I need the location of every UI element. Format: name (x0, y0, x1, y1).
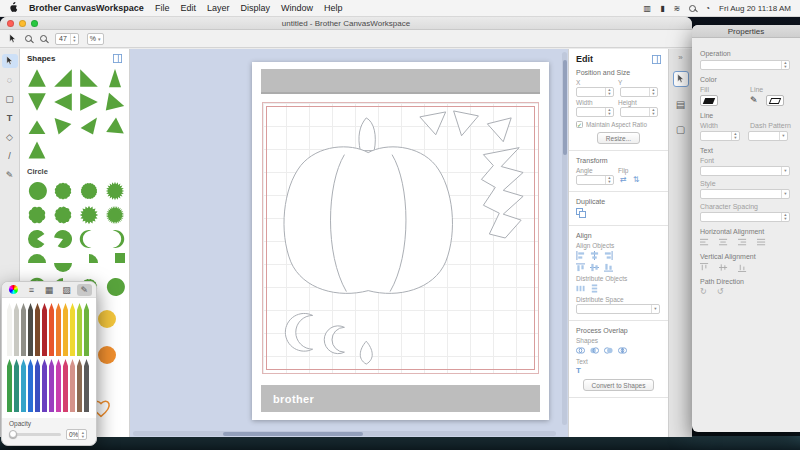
pencil-color[interactable] (70, 303, 75, 356)
battery-icon[interactable]: ▮ (660, 4, 664, 13)
shape-triangle[interactable] (105, 68, 125, 88)
line-width-field[interactable]: ▴▾ (700, 131, 740, 141)
shape-crescent[interactable] (79, 229, 99, 249)
pencil-color[interactable] (70, 359, 75, 412)
weld-icon[interactable] (576, 346, 585, 355)
shape-scallop[interactable] (27, 205, 47, 225)
line-color-swatch[interactable] (766, 95, 784, 106)
shape-burst[interactable] (105, 205, 125, 225)
shape-circle[interactable] (27, 181, 47, 201)
align-center-icon[interactable] (590, 251, 599, 260)
shape-triangle[interactable] (53, 68, 73, 88)
shape-half[interactable] (27, 253, 47, 273)
shape-triangle[interactable] (27, 92, 47, 112)
pencil-color[interactable] (49, 359, 54, 412)
shape-circle-yellow[interactable] (97, 309, 117, 329)
intersect-icon[interactable] (604, 346, 613, 355)
subtract-icon[interactable] (590, 346, 599, 355)
zoom-unit-dropdown[interactable]: % ▾ (87, 33, 104, 45)
angle-stepper[interactable]: ▴▾ (605, 176, 613, 184)
polygon-tool-icon[interactable]: ◇ (2, 130, 18, 144)
canvas-objects[interactable] (263, 103, 538, 373)
draw-tool-icon[interactable]: ✎ (2, 168, 18, 182)
text-align-center-icon[interactable] (719, 238, 728, 247)
pencil-color[interactable] (21, 359, 26, 412)
pencil-color[interactable] (77, 303, 82, 356)
align-top-icon[interactable] (576, 263, 585, 272)
shape-scallop[interactable] (79, 181, 99, 201)
cutting-mat[interactable] (262, 102, 539, 374)
text-overlap-icon[interactable]: T (576, 367, 581, 375)
pencil-color[interactable] (42, 359, 47, 412)
zoom-stepper[interactable]: ▴▾ (70, 34, 78, 44)
fill-color-swatch[interactable] (700, 95, 718, 106)
height-field[interactable]: ▴▾ (620, 107, 658, 117)
spotlight-icon[interactable] (689, 5, 696, 12)
pencil-color[interactable] (56, 303, 61, 356)
close-window-button[interactable] (7, 20, 14, 27)
pencil-color[interactable] (14, 359, 19, 412)
pencil-color[interactable] (42, 303, 47, 356)
x-field[interactable]: ▴▾ (576, 87, 614, 97)
color-sliders-tab-icon[interactable]: ≡ (24, 284, 39, 296)
path-direction-ccw-icon[interactable]: ↺ (717, 288, 724, 296)
shape-circle-orange[interactable] (97, 345, 117, 365)
shape-half[interactable] (53, 253, 73, 273)
pencil-color[interactable] (28, 303, 33, 356)
select-tool-icon[interactable] (9, 34, 17, 44)
zoom-level-field[interactable]: 47 ▴▾ (55, 33, 79, 45)
y-field[interactable]: ▴▾ (620, 87, 658, 97)
shape-triangle[interactable] (53, 116, 73, 136)
opacity-slider[interactable] (9, 433, 61, 436)
menu-window[interactable]: Window (281, 3, 313, 13)
shape-pac[interactable] (27, 229, 47, 249)
flip-vertical-icon[interactable]: ⇅ (633, 176, 640, 184)
shape-triangle[interactable] (79, 116, 99, 136)
pencil-color[interactable] (35, 359, 40, 412)
maintain-aspect-checkbox[interactable]: ✓ (576, 121, 583, 128)
wifi-icon[interactable]: ≋ (674, 4, 681, 13)
divide-icon[interactable] (618, 346, 627, 355)
shape-tool-icon[interactable]: ▢ (2, 92, 18, 106)
opacity-value-field[interactable]: 0% ▴▾ (66, 429, 87, 440)
resize-button[interactable]: Resize... (597, 132, 640, 144)
apple-menu-icon[interactable] (9, 2, 18, 14)
text-align-right-icon[interactable] (738, 238, 747, 247)
menu-clock[interactable]: Fri Aug 20 11:18 AM (719, 4, 791, 13)
canvas[interactable]: brother (130, 49, 568, 437)
text-align-left-icon[interactable] (700, 238, 709, 247)
dock-edit-panel-icon[interactable] (673, 71, 689, 87)
align-right-icon[interactable] (604, 251, 613, 260)
convert-to-shapes-button[interactable]: Convert to Shapes (583, 379, 655, 391)
shape-triangle[interactable] (79, 92, 99, 112)
shape-burst[interactable] (105, 181, 125, 201)
menu-layer[interactable]: Layer (207, 3, 230, 13)
color-pencils-tab-icon[interactable]: ✎ (77, 284, 92, 296)
shape-pac[interactable] (53, 229, 73, 249)
text-valign-top-icon[interactable] (700, 263, 709, 272)
text-align-justify-icon[interactable] (757, 238, 766, 247)
shape-burst[interactable] (79, 205, 99, 225)
text-valign-bottom-icon[interactable] (738, 263, 747, 272)
shape-triangle[interactable] (27, 116, 47, 136)
shape-triangle[interactable] (105, 92, 125, 112)
pencil-color[interactable] (84, 359, 89, 412)
pencil-color[interactable] (28, 359, 33, 412)
canvas-vertical-scrollbar[interactable] (562, 52, 567, 425)
pencil-color[interactable] (35, 303, 40, 356)
zoom-out-tool-icon[interactable] (40, 35, 47, 42)
dash-pattern-dropdown[interactable]: ▾ (748, 131, 788, 141)
shape-triangle[interactable] (53, 92, 73, 112)
align-bottom-icon[interactable] (604, 263, 613, 272)
color-spectrum-tab-icon[interactable]: ▨ (59, 284, 74, 296)
menu-display[interactable]: Display (240, 3, 270, 13)
shape-crescent[interactable] (105, 229, 125, 249)
pencil-color[interactable] (7, 359, 12, 412)
angle-field[interactable]: ▴▾ (576, 175, 614, 185)
pencil-color[interactable] (49, 303, 54, 356)
shape-circle[interactable] (105, 277, 125, 297)
height-stepper[interactable]: ▴▾ (649, 108, 657, 116)
shape-scallop[interactable] (53, 205, 73, 225)
shape-triangle[interactable] (27, 68, 47, 88)
operation-dropdown[interactable]: ▴▾ (700, 60, 790, 70)
